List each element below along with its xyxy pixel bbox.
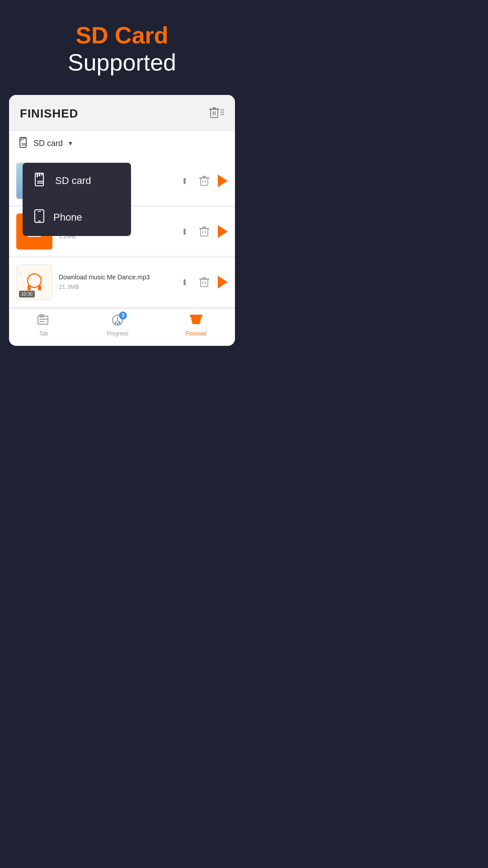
- svg-rect-31: [28, 287, 31, 290]
- svg-rect-52: [190, 315, 202, 317]
- dropdown-label-phone: Phone: [53, 212, 82, 223]
- svg-rect-14: [201, 178, 208, 185]
- svg-rect-24: [199, 228, 209, 229]
- more-options-icon[interactable]: •••: [178, 176, 191, 185]
- svg-rect-2: [213, 107, 216, 108]
- nav-label-progress: Progress: [107, 330, 128, 337]
- svg-rect-9: [23, 137, 23, 140]
- svg-rect-6: [221, 112, 224, 113]
- dropdown-item-phone[interactable]: Phone: [23, 199, 131, 236]
- hero-title-sdcard: SD Card: [9, 23, 235, 48]
- sd-card-icon: [33, 173, 47, 189]
- duration-badge: 10:30: [19, 291, 35, 297]
- tab-icon: [38, 314, 49, 329]
- svg-rect-26: [202, 231, 203, 234]
- svg-rect-23: [201, 229, 208, 236]
- nav-label-finished: Finished: [186, 330, 206, 337]
- delete-button[interactable]: [196, 274, 212, 290]
- svg-rect-4: [215, 111, 216, 115]
- item-actions: •••: [178, 223, 228, 240]
- dropdown-item-sdcard[interactable]: SD card: [23, 163, 131, 199]
- svg-rect-43: [37, 183, 43, 184]
- play-button[interactable]: [218, 276, 228, 288]
- audio-thumbnail: 10:30: [16, 264, 52, 300]
- hero-title-supported: Supported: [9, 48, 235, 76]
- finished-icon: [190, 314, 202, 329]
- svg-rect-37: [205, 281, 206, 284]
- svg-rect-16: [202, 176, 206, 177]
- item-info: Download music Me Dance.mp3 21.3MB: [59, 274, 171, 290]
- item-size: 21.3MB: [59, 283, 171, 290]
- svg-rect-1: [209, 108, 219, 110]
- nav-label-tab: Tab: [39, 330, 48, 337]
- main-card: FINISHED: [9, 95, 235, 346]
- svg-rect-11: [21, 137, 22, 141]
- svg-rect-13: [21, 145, 26, 146]
- dropdown-label-sdcard: SD card: [55, 175, 91, 187]
- svg-rect-34: [199, 278, 209, 280]
- hero-section: SD Card Supported: [0, 0, 244, 95]
- svg-rect-36: [202, 281, 203, 284]
- play-button[interactable]: [218, 225, 228, 238]
- item-name: Download music Me Dance.mp3: [59, 274, 171, 281]
- svg-rect-25: [202, 226, 206, 228]
- card-header: FINISHED: [9, 95, 235, 130]
- delete-all-button[interactable]: [209, 106, 224, 122]
- svg-rect-46: [38, 211, 41, 212]
- nav-item-finished[interactable]: Finished: [186, 314, 206, 337]
- item-actions: •••: [178, 173, 228, 189]
- delete-button[interactable]: [196, 223, 212, 240]
- storage-dropdown: SD card Phone: [23, 163, 131, 236]
- sd-selector-bar[interactable]: SD card ▼: [9, 130, 235, 156]
- svg-rect-5: [221, 109, 224, 110]
- svg-rect-49: [39, 319, 47, 320]
- svg-rect-10: [24, 137, 25, 139]
- svg-rect-50: [39, 321, 45, 322]
- nav-item-tab[interactable]: Tab: [38, 314, 49, 337]
- more-options-icon[interactable]: •••: [178, 277, 191, 287]
- svg-rect-18: [205, 180, 206, 183]
- svg-rect-39: [39, 173, 40, 176]
- nav-item-progress[interactable]: 3 Progress: [107, 314, 128, 337]
- svg-rect-33: [201, 279, 208, 287]
- progress-icon: 3: [112, 314, 123, 329]
- svg-rect-3: [213, 111, 214, 115]
- svg-rect-35: [202, 277, 206, 278]
- sd-selector-label: SD card: [33, 139, 63, 148]
- list-item: 10:30 Download music Me Dance.mp3 21.3MB…: [9, 258, 235, 307]
- chevron-down-icon: ▼: [67, 140, 74, 147]
- svg-rect-7: [221, 114, 224, 115]
- more-options-icon[interactable]: •••: [178, 226, 191, 236]
- phone-icon: [33, 209, 45, 226]
- svg-rect-40: [41, 173, 42, 175]
- delete-button[interactable]: [196, 173, 212, 189]
- svg-rect-17: [202, 180, 203, 183]
- svg-rect-0: [211, 109, 218, 118]
- svg-rect-41: [37, 173, 38, 177]
- card-title: FINISHED: [20, 107, 78, 121]
- svg-rect-42: [37, 181, 43, 182]
- svg-rect-15: [199, 177, 209, 179]
- svg-rect-12: [21, 143, 26, 144]
- progress-badge-count: 3: [119, 311, 127, 320]
- sd-card-icon: [18, 137, 29, 150]
- play-button[interactable]: [218, 175, 228, 187]
- item-actions: •••: [178, 274, 228, 290]
- svg-rect-45: [38, 221, 41, 222]
- svg-rect-32: [38, 287, 41, 290]
- bottom-nav: Tab 3 Progress Fi: [9, 308, 235, 346]
- svg-rect-27: [205, 231, 206, 234]
